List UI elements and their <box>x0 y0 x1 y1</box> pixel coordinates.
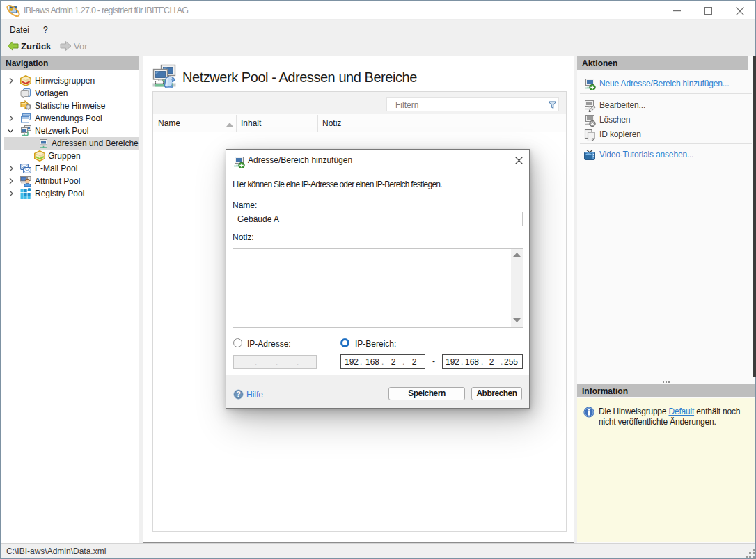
svg-text:?: ? <box>236 390 241 398</box>
